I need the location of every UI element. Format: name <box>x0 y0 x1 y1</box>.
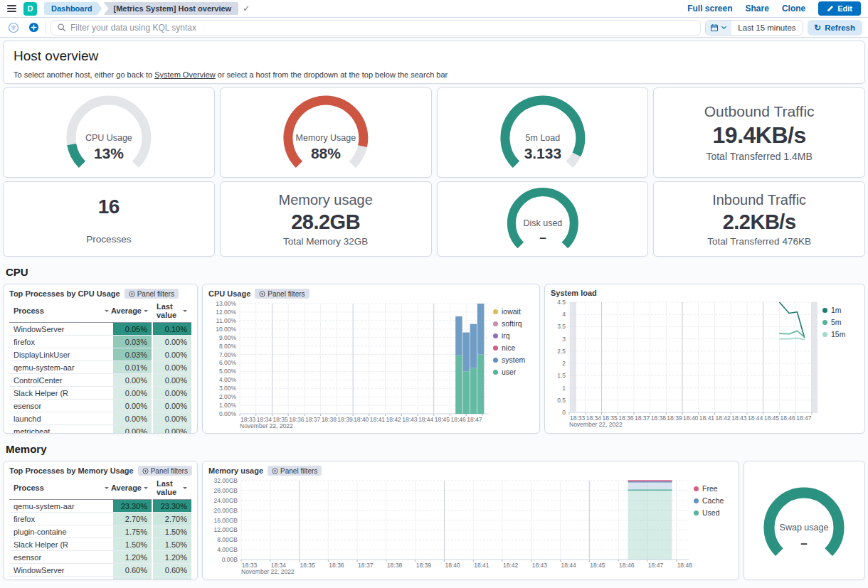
time-range-label[interactable]: Last 15 minutes <box>731 21 802 35</box>
legend-item-irq[interactable]: irq <box>493 331 525 340</box>
svg-text:18:40: 18:40 <box>683 415 699 422</box>
svg-text:18:44: 18:44 <box>418 416 434 423</box>
inbound-traffic-panel: Inbound Traffic 2.2KB/s Total Transferre… <box>653 181 865 257</box>
value-cell: 23.30% <box>152 500 191 513</box>
space-avatar[interactable]: D <box>23 2 37 16</box>
sort-header-last-value[interactable]: Last value <box>152 477 191 500</box>
cpu-usage-gauge-panel: CPU Usage13% <box>3 87 215 178</box>
legend-item-15m[interactable]: 15m <box>822 330 845 338</box>
legend-dot <box>822 332 827 337</box>
filter-options-button[interactable] <box>6 20 21 36</box>
menu-icon[interactable] <box>7 5 16 12</box>
share-button[interactable]: Share <box>746 4 769 14</box>
value-cell: 0.00% <box>152 361 191 374</box>
legend-item-softirq[interactable]: softirq <box>493 319 525 328</box>
svg-text:18:45: 18:45 <box>435 416 450 423</box>
panel-filters-badge[interactable]: Panel filters <box>268 466 322 476</box>
legend-item-user[interactable]: user <box>493 368 525 376</box>
svg-text:18:38: 18:38 <box>387 562 403 569</box>
svg-text:18:41: 18:41 <box>699 415 715 422</box>
metric-title: Memory usage <box>278 192 372 208</box>
value-cell: 2.70% <box>113 513 152 525</box>
chevron-down-icon <box>144 487 148 491</box>
process-cell: launchd <box>9 412 113 425</box>
time-picker[interactable]: Last 15 minutes <box>705 20 803 36</box>
legend-item-5m[interactable]: 5m <box>822 318 845 326</box>
table-row: plugin-containe1.75%1.50% <box>9 525 191 538</box>
edit-button[interactable]: Edit <box>818 1 861 16</box>
svg-text:18:42: 18:42 <box>716 415 731 422</box>
legend-item-nice[interactable]: nice <box>493 343 525 352</box>
svg-text:18:43: 18:43 <box>731 415 747 422</box>
svg-text:18:39: 18:39 <box>667 415 682 422</box>
top-header: D Dashboard [Metrics System] Host overvi… <box>0 0 868 18</box>
search-icon <box>57 23 66 32</box>
svg-text:18:46: 18:46 <box>450 416 466 423</box>
legend-dot <box>493 333 498 338</box>
legend-item-Free[interactable]: Free <box>694 484 724 493</box>
table-row: Slack Helper (R1.50%1.50% <box>9 538 191 551</box>
svg-text:3.133: 3.133 <box>524 145 561 161</box>
legend-item-iowait[interactable]: iowait <box>493 307 525 316</box>
search-box <box>51 20 701 36</box>
chevron-down-icon <box>183 310 187 314</box>
svg-text:0.00B: 0.00B <box>222 556 238 563</box>
svg-text:28.00GB: 28.00GB <box>213 487 238 494</box>
refresh-button[interactable]: ↻ Refresh <box>808 20 862 36</box>
value-cell: 0.00% <box>152 374 191 387</box>
section-heading-memory: Memory <box>6 443 862 455</box>
filter-icon <box>259 291 265 297</box>
memory-usage-chart: 0.00B4.00GB8.00GB12.00GB16.00GB20.00GB24… <box>208 477 694 575</box>
svg-text:Memory Usage: Memory Usage <box>295 133 356 143</box>
intro-panel: Host overview To select another host, ei… <box>3 41 865 84</box>
process-cell: metricbeat <box>9 425 113 434</box>
fullscreen-button[interactable]: Full screen <box>687 4 732 14</box>
top-processes-memory-panel: Top Processes by Memory Usage Panel filt… <box>3 461 198 580</box>
breadcrumb-current-page[interactable]: [Metrics System] Host overview <box>103 2 238 15</box>
svg-text:5m Load: 5m Load <box>525 133 560 143</box>
panel-filters-badge[interactable]: Panel filters <box>138 466 192 476</box>
chart-legend: 1m5m15m <box>822 299 845 429</box>
sort-header-average[interactable]: Average <box>113 477 152 500</box>
chart-legend: iowaitsoftirqirqnicesystemuser <box>493 300 525 429</box>
system-overview-link[interactable]: System Overview <box>154 70 216 79</box>
panel-filters-badge[interactable]: Panel filters <box>255 289 309 299</box>
svg-text:18:44: 18:44 <box>561 562 577 569</box>
process-cell: firefox <box>9 336 113 348</box>
sort-header-average[interactable]: Average <box>113 300 152 323</box>
value-cell: 0.00% <box>113 374 152 387</box>
table-row: WindowServer0.05%0.10% <box>9 323 191 336</box>
value-cell: 0.05% <box>113 323 152 336</box>
clone-button[interactable]: Clone <box>782 4 805 14</box>
table-row: Slack Helper (R0.00%0.00% <box>9 387 191 400</box>
chart-legend: FreeCacheUsed <box>694 477 724 575</box>
svg-text:4.5: 4.5 <box>557 299 566 306</box>
sort-header-process[interactable]: Process <box>9 477 113 500</box>
svg-text:November 22, 2022: November 22, 2022 <box>569 421 623 428</box>
legend-dot <box>493 309 498 314</box>
svg-text:0.5: 0.5 <box>557 397 566 404</box>
value-cell: 0.01% <box>113 361 152 374</box>
svg-text:0.00%: 0.00% <box>219 410 237 417</box>
panel-filters-badge[interactable]: Panel filters <box>125 289 179 299</box>
cpu-processes-table: Process Average Last value WindowServer0… <box>9 300 191 434</box>
add-filter-button[interactable] <box>26 20 41 36</box>
svg-text:24.00GB: 24.00GB <box>213 497 238 504</box>
panel-title: Memory usage <box>208 466 263 475</box>
sort-header-process[interactable]: Process <box>9 300 113 323</box>
legend-item-1m[interactable]: 1m <box>822 306 845 314</box>
metric-subtitle: Processes <box>86 234 131 245</box>
legend-item-system[interactable]: system <box>493 356 525 364</box>
value-cell: 1.50% <box>152 538 191 551</box>
date-picker-button[interactable] <box>706 21 731 35</box>
svg-text:18:41: 18:41 <box>370 416 386 423</box>
legend-item-Cache[interactable]: Cache <box>694 496 724 505</box>
sort-header-last-value[interactable]: Last value <box>152 300 191 323</box>
breadcrumb-dashboard[interactable]: Dashboard <box>44 2 102 15</box>
search-input[interactable] <box>70 23 694 33</box>
value-cell: 0.00% <box>113 425 152 434</box>
value-cell: 0.00% <box>152 348 191 361</box>
legend-item-Used[interactable]: Used <box>694 508 724 517</box>
svg-text:0: 0 <box>562 409 566 416</box>
svg-text:CPU Usage: CPU Usage <box>85 133 132 143</box>
